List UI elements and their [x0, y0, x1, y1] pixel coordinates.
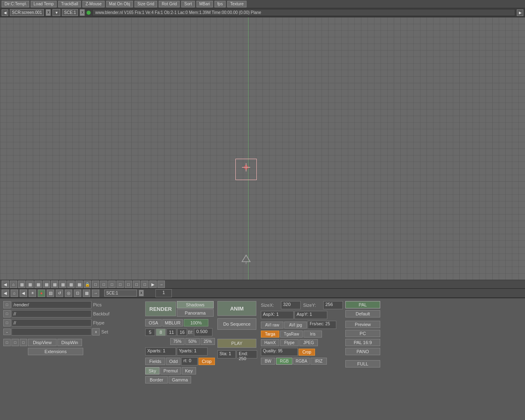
osa-11-button[interactable]: 11: [167, 329, 176, 336]
view3-icon[interactable]: □: [108, 281, 116, 288]
play-button[interactable]: PLAY: [217, 339, 256, 348]
lock-icon[interactable]: 🔒: [84, 281, 91, 288]
view6-icon[interactable]: □: [133, 281, 140, 288]
tga-raw-button[interactable]: TgaRaw: [280, 331, 303, 338]
shadows-button[interactable]: Shadows: [177, 301, 214, 308]
3d-viewport[interactable]: [0, 17, 525, 280]
minus-btn[interactable]: -: [3, 329, 11, 335]
fps-button[interactable]: fps: [215, 1, 226, 7]
targa-button[interactable]: Targa: [261, 331, 279, 338]
pc-button[interactable]: PC: [345, 330, 380, 337]
grid-icon[interactable]: ▦: [18, 281, 25, 288]
disp-view-button[interactable]: DispView: [28, 339, 57, 346]
grid-marker-icon[interactable]: ⊡: [74, 290, 81, 297]
aspx-field[interactable]: AspX: 1: [261, 311, 294, 319]
timeline-scene-close[interactable]: x: [139, 290, 144, 297]
grid8-icon[interactable]: ▦: [75, 281, 83, 288]
timeline-scene-field[interactable]: SCE:1: [104, 290, 137, 297]
avi-raw-button[interactable]: AVI raw: [261, 322, 283, 329]
frame-number-field[interactable]: 1: [155, 289, 172, 297]
size-grid-button[interactable]: Size Grid: [135, 1, 157, 7]
grid3-icon[interactable]: ▦: [34, 281, 42, 288]
view7-icon[interactable]: □: [141, 281, 148, 288]
rgba-button[interactable]: RGBA: [293, 358, 310, 365]
texture-button[interactable]: Texture: [227, 1, 247, 7]
fields-button[interactable]: Fields: [145, 358, 165, 365]
do-sequence-button[interactable]: Do Sequence: [217, 318, 256, 330]
quality-field[interactable]: Quality: 95: [261, 348, 298, 356]
disp-win-button[interactable]: DispWin: [57, 339, 82, 346]
osa-button[interactable]: OSA: [145, 319, 162, 326]
home-icon[interactable]: ⌂: [10, 281, 17, 288]
jpeg-button[interactable]: JPEG: [299, 339, 318, 346]
view2-icon[interactable]: □: [100, 281, 107, 288]
anim-button[interactable]: ANIM: [217, 301, 256, 316]
mbari-button[interactable]: MBari: [196, 1, 213, 7]
rgb-button[interactable]: RGB: [276, 358, 292, 365]
odd-button[interactable]: Odd: [166, 358, 180, 365]
bw-button[interactable]: BW: [261, 358, 275, 365]
scene-name-field[interactable]: SCE:1: [62, 9, 78, 16]
end-field[interactable]: End: 250: [237, 350, 257, 358]
xparts-field[interactable]: Xparts: 1: [145, 347, 176, 356]
iris-button[interactable]: Iris: [304, 331, 322, 338]
sizex-field[interactable]: 320: [281, 301, 301, 309]
pct-50-button[interactable]: 50%: [185, 338, 200, 345]
mblur-button[interactable]: MBLUR: [162, 319, 183, 326]
pics-path-field[interactable]: [11, 301, 91, 308]
preview-button[interactable]: Preview: [345, 321, 380, 328]
pct-button[interactable]: 100%: [184, 319, 208, 326]
viewport-corner-icon[interactable]: ◀: [2, 281, 9, 288]
grid2-icon[interactable]: ▦: [26, 281, 34, 288]
premul-button[interactable]: Premul: [160, 367, 181, 374]
avi-jpg-button[interactable]: AVI jpg: [284, 322, 307, 329]
view1-icon[interactable]: □: [92, 281, 99, 288]
rt-field[interactable]: rt: 0: [181, 357, 198, 365]
loop-icon[interactable]: ↺: [56, 290, 63, 297]
pct-75-button[interactable]: 75%: [170, 338, 185, 345]
rot-grid-button[interactable]: Rot Grid: [159, 1, 180, 7]
grid6-icon[interactable]: ▦: [59, 281, 66, 288]
next-icon[interactable]: →: [158, 281, 165, 288]
backbuf-path-field[interactable]: [11, 310, 91, 317]
disp-icon2[interactable]: □: [11, 339, 19, 346]
fps-sec-field[interactable]: Frs/sec: 25: [308, 321, 336, 329]
arrow-icon[interactable]: →: [92, 290, 99, 297]
grid5-icon[interactable]: ▦: [51, 281, 58, 288]
aspy-field[interactable]: AspY: 1: [294, 311, 327, 319]
marker-icon[interactable]: ▧: [47, 290, 54, 297]
extensions-button[interactable]: Extensions: [28, 348, 83, 355]
grid4-icon[interactable]: ▦: [43, 281, 50, 288]
timeline-home-icon[interactable]: ⌂: [11, 290, 18, 297]
set-x-btn[interactable]: x: [92, 328, 100, 336]
disp-icon1[interactable]: □: [3, 339, 11, 346]
trackball-button[interactable]: TrackBall: [58, 1, 81, 7]
default-button[interactable]: Default: [345, 310, 380, 317]
iriz-button[interactable]: IRIZ: [310, 358, 327, 365]
disp-icon3[interactable]: □: [20, 339, 27, 346]
sizey-field[interactable]: 256: [323, 301, 343, 309]
border-button[interactable]: Border: [145, 376, 168, 383]
bf-value-field[interactable]: 0.500: [194, 328, 212, 336]
osa-5-button[interactable]: 5: [145, 329, 155, 336]
sun-icon[interactable]: ☀: [29, 290, 36, 297]
ftype2-button[interactable]: Ftype: [280, 339, 299, 346]
osa-16-button[interactable]: 16: [177, 329, 187, 336]
ftype-icon-btn[interactable]: □: [3, 319, 11, 326]
target-icon[interactable]: ◎: [65, 290, 72, 297]
grid7-icon[interactable]: ▦: [67, 281, 75, 288]
panorama-button[interactable]: Panorama: [177, 309, 214, 317]
load-temp-button[interactable]: Load Temp: [31, 1, 57, 7]
hamx-button[interactable]: HamX: [261, 339, 279, 346]
corner-right-icon[interactable]: ▶: [517, 9, 523, 16]
backbuf-icon-btn[interactable]: □: [3, 310, 11, 317]
dir-field[interactable]: Dir:C:Temp\: [2, 1, 29, 7]
mat-on-obj-button[interactable]: Mat On Obj: [106, 1, 133, 7]
crop-button[interactable]: Crop: [199, 358, 215, 365]
osa-8-button[interactable]: 8: [156, 329, 166, 336]
record-icon[interactable]: ●: [38, 290, 45, 297]
screen-close-button[interactable]: x: [46, 9, 51, 16]
view4-icon[interactable]: □: [116, 281, 124, 288]
pal-button[interactable]: PAL: [345, 301, 380, 308]
ftype-path-field[interactable]: [11, 319, 91, 326]
